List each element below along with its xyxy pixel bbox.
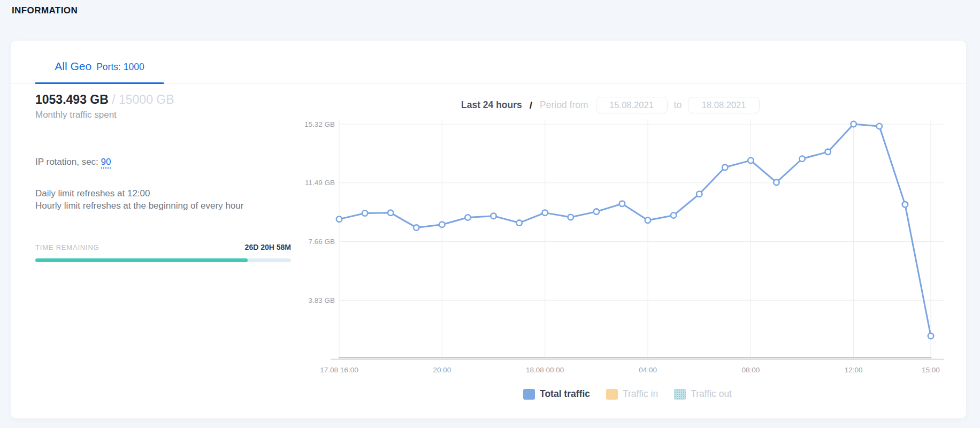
usage-spent-value: 1053.493 GB [35, 93, 109, 106]
tab-all-geo-ports: Ports: 1000 [96, 62, 144, 73]
y-axis-label: 3.83 GB [308, 296, 335, 304]
x-axis-label: 17.08 16:00 [320, 366, 358, 374]
data-point [568, 215, 573, 220]
data-point [491, 213, 496, 218]
ip-rotation: IP rotation, sec: 90 [35, 157, 111, 167]
limits-info: Daily limit refreshes at 12:00 Hourly li… [35, 187, 249, 212]
x-axis-label: 12:00 [845, 366, 863, 374]
ip-rotation-value[interactable]: 90 [101, 157, 111, 169]
legend-swatch [606, 389, 618, 400]
data-point [619, 201, 625, 207]
data-point [414, 225, 419, 230]
x-axis-label: 15:00 [922, 366, 940, 374]
monthly-usage: 1053.493 GB / 15000 GB [35, 92, 174, 107]
tab-all-geo[interactable]: All Geo Ports: 1000 [35, 50, 164, 84]
legend-item-traffic-out[interactable]: Traffic out [674, 388, 732, 400]
legend-label: Traffic out [691, 388, 732, 400]
data-point [439, 221, 445, 227]
data-point [696, 191, 702, 196]
x-axis-label: 20:00 [433, 366, 451, 374]
ip-rotation-label: IP rotation, sec: [35, 157, 98, 167]
data-point [722, 165, 728, 170]
data-point [851, 121, 856, 127]
hourly-limit-text: Hourly limit refreshes at the beginning … [35, 200, 249, 212]
y-axis-label: 15.32 GB [304, 120, 335, 128]
legend-label: Total traffic [540, 388, 590, 400]
x-axis-label: 18.08 00:00 [526, 366, 564, 374]
data-point [594, 209, 599, 214]
y-axis-label: 11.49 GB [305, 179, 335, 187]
time-remaining-progress-fill [35, 258, 248, 262]
data-point [362, 210, 368, 216]
data-point [902, 202, 908, 207]
traffic-line-chart: 15.32 GB11.49 GB7.66 GB3.83 GB17.08 16:0… [289, 94, 966, 394]
data-point [516, 220, 522, 225]
legend-label: Traffic in [623, 388, 658, 400]
page-title: INFORMATION [12, 5, 78, 16]
x-axis-label: 04:00 [639, 366, 657, 374]
tab-all-geo-label: All Geo [55, 60, 91, 73]
legend-item-total-traffic[interactable]: Total traffic [523, 388, 590, 400]
chart-legend: Total trafficTraffic inTraffic out [289, 388, 966, 400]
data-point [645, 217, 650, 223]
data-point [774, 180, 779, 185]
data-point [542, 210, 548, 215]
time-remaining-label: TIME REMAINING [35, 243, 99, 251]
y-axis-label: 7.66 GB [308, 238, 335, 246]
data-point [336, 216, 342, 221]
time-remaining-progressbar [35, 258, 291, 262]
legend-item-traffic-in[interactable]: Traffic in [606, 388, 658, 400]
daily-limit-text: Daily limit refreshes at 12:00 [35, 187, 249, 200]
data-point [928, 333, 933, 339]
data-point [465, 215, 470, 220]
series-line-total-traffic [339, 124, 931, 336]
info-card: All Geo Ports: 1000 1053.493 GB / 15000 … [11, 41, 966, 418]
data-point [877, 124, 882, 129]
usage-separator: / [112, 93, 115, 106]
legend-swatch [523, 389, 535, 400]
time-remaining-row: TIME REMAINING 26D 20H 58M [35, 243, 291, 251]
data-point [671, 212, 676, 218]
usage-caption: Monthly traffic spent [35, 110, 117, 120]
data-point [825, 149, 830, 155]
legend-swatch [674, 389, 686, 400]
time-remaining-value: 26D 20H 58M [245, 243, 291, 251]
tabs-bar: All Geo Ports: 1000 [11, 41, 966, 84]
data-point [799, 156, 805, 162]
data-point [748, 158, 753, 163]
x-axis-label: 08:00 [741, 366, 760, 374]
usage-total-value: 15000 GB [119, 93, 174, 106]
data-point [388, 210, 393, 215]
